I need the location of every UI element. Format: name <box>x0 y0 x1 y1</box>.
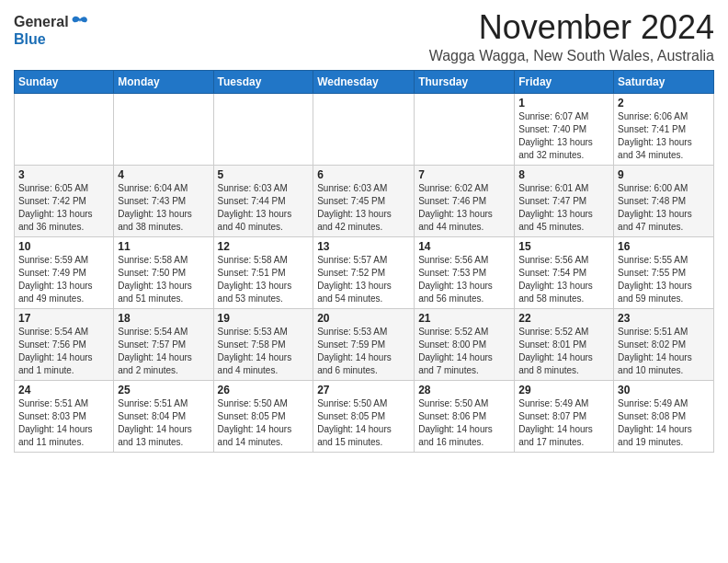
day-info: Sunrise: 5:49 AM Sunset: 8:07 PM Dayligh… <box>518 397 609 449</box>
calendar-day-cell: 2Sunrise: 6:06 AM Sunset: 7:41 PM Daylig… <box>614 93 714 165</box>
day-info: Sunrise: 5:53 AM Sunset: 7:58 PM Dayligh… <box>218 326 310 377</box>
calendar-day-cell: 4Sunrise: 6:04 AM Sunset: 7:43 PM Daylig… <box>114 165 213 236</box>
day-info: Sunrise: 6:00 AM Sunset: 7:48 PM Dayligh… <box>618 182 710 234</box>
calendar-day-cell <box>114 93 213 165</box>
day-info: Sunrise: 6:07 AM Sunset: 7:40 PM Dayligh… <box>518 110 609 162</box>
day-number: 21 <box>418 312 510 325</box>
calendar-day-cell: 30Sunrise: 5:49 AM Sunset: 8:08 PM Dayli… <box>614 380 714 452</box>
day-info: Sunrise: 5:52 AM Sunset: 8:01 PM Dayligh… <box>518 326 609 377</box>
calendar-day-cell: 8Sunrise: 6:01 AM Sunset: 7:47 PM Daylig… <box>515 165 614 236</box>
day-info: Sunrise: 5:50 AM Sunset: 8:06 PM Dayligh… <box>418 397 510 449</box>
day-number: 4 <box>118 168 209 181</box>
calendar-day-cell: 13Sunrise: 5:57 AM Sunset: 7:52 PM Dayli… <box>313 236 415 308</box>
day-info: Sunrise: 5:50 AM Sunset: 8:05 PM Dayligh… <box>218 397 310 449</box>
calendar-day-cell: 5Sunrise: 6:03 AM Sunset: 7:44 PM Daylig… <box>213 165 313 236</box>
day-number: 25 <box>118 384 209 396</box>
calendar-day-cell: 3Sunrise: 6:05 AM Sunset: 7:42 PM Daylig… <box>15 165 114 236</box>
day-number: 7 <box>418 168 510 181</box>
calendar-header-row: SundayMondayTuesdayWednesdayThursdayFrid… <box>15 70 714 93</box>
day-number: 3 <box>18 168 109 181</box>
day-number: 2 <box>618 97 710 109</box>
title-block: November 2024 Wagga Wagga, New South Wal… <box>429 9 714 64</box>
day-number: 23 <box>618 312 710 325</box>
weekday-header: Monday <box>114 70 213 93</box>
day-info: Sunrise: 5:57 AM Sunset: 7:52 PM Dayligh… <box>317 254 410 305</box>
day-number: 19 <box>218 312 310 325</box>
calendar-day-cell: 26Sunrise: 5:50 AM Sunset: 8:05 PM Dayli… <box>213 380 313 452</box>
day-info: Sunrise: 5:54 AM Sunset: 7:57 PM Dayligh… <box>118 326 209 377</box>
day-number: 27 <box>317 384 410 396</box>
calendar-day-cell: 15Sunrise: 5:56 AM Sunset: 7:54 PM Dayli… <box>515 236 614 308</box>
day-number: 12 <box>218 240 310 253</box>
calendar-week-row: 24Sunrise: 5:51 AM Sunset: 8:03 PM Dayli… <box>15 380 714 452</box>
calendar-day-cell: 1Sunrise: 6:07 AM Sunset: 7:40 PM Daylig… <box>515 93 614 165</box>
calendar-day-cell: 23Sunrise: 5:51 AM Sunset: 8:02 PM Dayli… <box>614 308 714 380</box>
day-number: 28 <box>418 384 510 396</box>
logo: General Blue <box>14 9 89 48</box>
day-number: 26 <box>218 384 310 396</box>
day-number: 16 <box>618 240 710 253</box>
calendar-day-cell: 10Sunrise: 5:59 AM Sunset: 7:49 PM Dayli… <box>15 236 114 308</box>
day-number: 29 <box>518 384 609 396</box>
day-info: Sunrise: 6:02 AM Sunset: 7:46 PM Dayligh… <box>418 182 510 234</box>
day-number: 17 <box>18 312 109 325</box>
calendar-day-cell: 21Sunrise: 5:52 AM Sunset: 8:00 PM Dayli… <box>415 308 515 380</box>
calendar-day-cell: 27Sunrise: 5:50 AM Sunset: 8:05 PM Dayli… <box>313 380 415 452</box>
calendar-day-cell <box>415 93 515 165</box>
day-info: Sunrise: 6:03 AM Sunset: 7:44 PM Dayligh… <box>218 182 310 234</box>
calendar-day-cell: 17Sunrise: 5:54 AM Sunset: 7:56 PM Dayli… <box>15 308 114 380</box>
day-number: 8 <box>518 168 609 181</box>
main-title: November 2024 <box>429 9 714 46</box>
day-number: 11 <box>118 240 209 253</box>
calendar-week-row: 3Sunrise: 6:05 AM Sunset: 7:42 PM Daylig… <box>15 165 714 236</box>
logo-blue: Blue <box>14 31 46 48</box>
calendar-day-cell <box>213 93 313 165</box>
day-number: 10 <box>18 240 109 253</box>
subtitle: Wagga Wagga, New South Wales, Australia <box>429 48 714 64</box>
calendar-day-cell <box>313 93 415 165</box>
weekday-header: Saturday <box>614 70 714 93</box>
day-number: 15 <box>518 240 609 253</box>
calendar-day-cell: 18Sunrise: 5:54 AM Sunset: 7:57 PM Dayli… <box>114 308 213 380</box>
day-info: Sunrise: 5:53 AM Sunset: 7:59 PM Dayligh… <box>317 326 410 377</box>
calendar-day-cell: 22Sunrise: 5:52 AM Sunset: 8:01 PM Dayli… <box>515 308 614 380</box>
day-info: Sunrise: 5:56 AM Sunset: 7:53 PM Dayligh… <box>418 254 510 305</box>
day-number: 9 <box>618 168 710 181</box>
day-number: 18 <box>118 312 209 325</box>
day-number: 13 <box>317 240 410 253</box>
weekday-header: Sunday <box>15 70 114 93</box>
day-number: 20 <box>317 312 410 325</box>
calendar-day-cell: 24Sunrise: 5:51 AM Sunset: 8:03 PM Dayli… <box>15 380 114 452</box>
day-info: Sunrise: 6:05 AM Sunset: 7:42 PM Dayligh… <box>18 182 109 234</box>
calendar-week-row: 1Sunrise: 6:07 AM Sunset: 7:40 PM Daylig… <box>15 93 714 165</box>
page-header: General Blue November 2024 Wagga Wagga, … <box>14 9 714 64</box>
calendar-day-cell <box>15 93 114 165</box>
weekday-header: Friday <box>515 70 614 93</box>
day-number: 14 <box>418 240 510 253</box>
calendar-day-cell: 7Sunrise: 6:02 AM Sunset: 7:46 PM Daylig… <box>415 165 515 236</box>
logo-general: General <box>14 14 69 30</box>
calendar-day-cell: 9Sunrise: 6:00 AM Sunset: 7:48 PM Daylig… <box>614 165 714 236</box>
day-info: Sunrise: 5:55 AM Sunset: 7:55 PM Dayligh… <box>618 254 710 305</box>
day-number: 1 <box>518 97 609 109</box>
calendar-day-cell: 25Sunrise: 5:51 AM Sunset: 8:04 PM Dayli… <box>114 380 213 452</box>
calendar-day-cell: 16Sunrise: 5:55 AM Sunset: 7:55 PM Dayli… <box>614 236 714 308</box>
calendar-day-cell: 6Sunrise: 6:03 AM Sunset: 7:45 PM Daylig… <box>313 165 415 236</box>
day-number: 30 <box>618 384 710 396</box>
day-info: Sunrise: 6:06 AM Sunset: 7:41 PM Dayligh… <box>618 110 710 162</box>
weekday-header: Wednesday <box>313 70 415 93</box>
day-info: Sunrise: 5:56 AM Sunset: 7:54 PM Dayligh… <box>518 254 609 305</box>
calendar-day-cell: 14Sunrise: 5:56 AM Sunset: 7:53 PM Dayli… <box>415 236 515 308</box>
day-number: 5 <box>218 168 310 181</box>
day-info: Sunrise: 5:49 AM Sunset: 8:08 PM Dayligh… <box>618 397 710 449</box>
day-number: 22 <box>518 312 609 325</box>
calendar-day-cell: 28Sunrise: 5:50 AM Sunset: 8:06 PM Dayli… <box>415 380 515 452</box>
calendar-day-cell: 29Sunrise: 5:49 AM Sunset: 8:07 PM Dayli… <box>515 380 614 452</box>
day-info: Sunrise: 5:50 AM Sunset: 8:05 PM Dayligh… <box>317 397 410 449</box>
logo-bird-icon <box>71 13 89 31</box>
calendar-day-cell: 19Sunrise: 5:53 AM Sunset: 7:58 PM Dayli… <box>213 308 313 380</box>
day-info: Sunrise: 5:52 AM Sunset: 8:00 PM Dayligh… <box>418 326 510 377</box>
weekday-header: Tuesday <box>213 70 313 93</box>
calendar-day-cell: 20Sunrise: 5:53 AM Sunset: 7:59 PM Dayli… <box>313 308 415 380</box>
day-info: Sunrise: 5:51 AM Sunset: 8:02 PM Dayligh… <box>618 326 710 377</box>
